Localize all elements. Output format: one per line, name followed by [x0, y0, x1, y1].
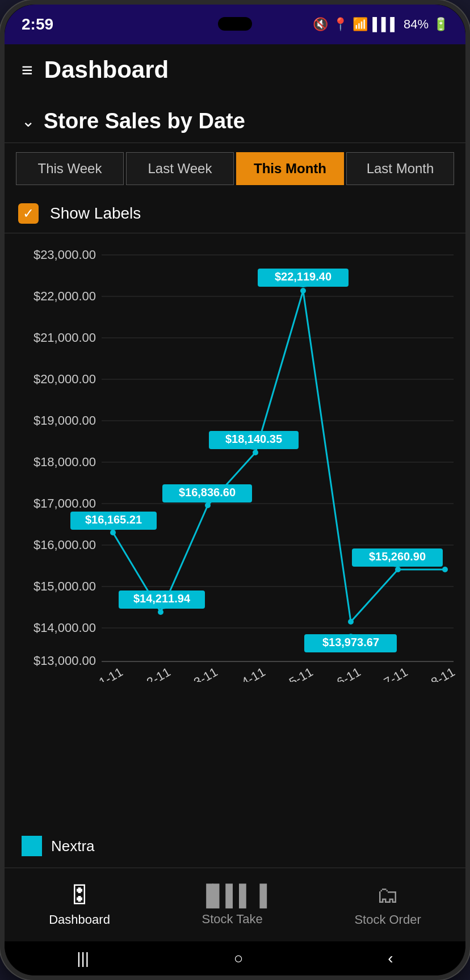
label-text-6: $13,973.67 — [322, 636, 379, 648]
nav-stock-take-label: Stock Take — [202, 912, 263, 927]
label-text-2: $14,211.94 — [133, 592, 191, 605]
svg-text:$17,000.00: $17,000.00 — [33, 496, 96, 510]
tab-this-month[interactable]: This Month — [236, 152, 344, 185]
label-text-3: $16,836.60 — [179, 486, 236, 499]
status-time: 2:59 — [22, 15, 53, 33]
nav-stock-take[interactable]: ▐▌▌▌▐ Stock Take — [199, 883, 266, 927]
phone-frame: 2:59 🔇 📍 📶 ▌▌▌ 84% 🔋 ≡ Dashboard ⌄ Store… — [0, 0, 470, 980]
show-labels-label: Show Labels — [50, 204, 141, 223]
svg-text:$19,000.00: $19,000.00 — [33, 413, 96, 428]
label-text-7: $15,260.90 — [369, 550, 426, 563]
section-header: ⌄ Store Sales by Date — [5, 95, 465, 143]
svg-text:$18,000.00: $18,000.00 — [33, 455, 96, 469]
data-point-5 — [300, 288, 306, 294]
dashboard-icon: 🎛 — [68, 882, 91, 908]
tab-last-week[interactable]: Last Week — [126, 152, 234, 185]
data-point-1 — [110, 530, 116, 535]
svg-text:8-11: 8-11 — [429, 665, 458, 682]
chart-line — [113, 291, 445, 622]
svg-text:3-11: 3-11 — [191, 665, 220, 682]
label-text-1: $16,165.21 — [85, 513, 142, 526]
recent-apps-button[interactable]: ||| — [77, 949, 89, 968]
chart-area: $23,000.00 $22,000.00 $21,000.00 $20,000… — [5, 233, 465, 824]
phone-screen: 2:59 🔇 📍 📶 ▌▌▌ 84% 🔋 ≡ Dashboard ⌄ Store… — [5, 5, 465, 975]
data-point-2 — [158, 609, 163, 615]
label-arrow-7 — [393, 567, 401, 567]
nav-stock-order-label: Stock Order — [354, 912, 421, 927]
svg-text:1-11: 1-11 — [96, 665, 125, 682]
data-point-3 — [205, 502, 211, 508]
svg-text:$14,000.00: $14,000.00 — [33, 621, 96, 635]
chart-svg: $23,000.00 $22,000.00 $21,000.00 $20,000… — [10, 239, 460, 682]
svg-text:$22,000.00: $22,000.00 — [33, 289, 96, 303]
tab-last-month[interactable]: Last Month — [346, 152, 454, 185]
battery-icon: 🔋 — [433, 17, 448, 32]
svg-text:$15,000.00: $15,000.00 — [33, 579, 96, 593]
data-point-4 — [253, 450, 258, 455]
label-text-4: $18,140.35 — [225, 433, 282, 445]
label-arrow-5 — [299, 287, 307, 287]
camera-notch — [218, 17, 252, 31]
nav-stock-order[interactable]: 🗂 Stock Order — [354, 882, 421, 927]
tab-this-week[interactable]: This Week — [16, 152, 124, 185]
stock-take-icon: ▐▌▌▌▐ — [199, 883, 266, 907]
svg-text:7-11: 7-11 — [381, 665, 410, 682]
legend-color-swatch — [22, 836, 42, 856]
svg-text:$13,000.00: $13,000.00 — [33, 654, 96, 668]
app-bar: ≡ Dashboard — [5, 44, 465, 95]
checkmark-icon: ✓ — [23, 206, 34, 221]
label-text-5: $22,119.40 — [275, 270, 331, 283]
svg-text:$23,000.00: $23,000.00 — [33, 248, 96, 262]
bottom-nav: 🎛 Dashboard ▐▌▌▌▐ Stock Take 🗂 Stock Ord… — [5, 868, 465, 941]
back-button[interactable]: ‹ — [388, 949, 393, 968]
svg-text:$21,000.00: $21,000.00 — [33, 330, 96, 345]
data-point-6 — [348, 619, 354, 625]
home-button[interactable]: ○ — [234, 949, 244, 968]
svg-text:6-11: 6-11 — [334, 665, 363, 682]
legend-label: Nextra — [51, 837, 95, 855]
show-labels-row: ✓ Show Labels — [5, 194, 465, 233]
status-icons: 🔇 📍 📶 ▌▌▌ 84% 🔋 — [313, 17, 448, 32]
show-labels-checkbox[interactable]: ✓ — [18, 203, 39, 224]
nav-dashboard[interactable]: 🎛 Dashboard — [49, 882, 110, 927]
data-point-7 — [395, 567, 401, 572]
svg-text:2-11: 2-11 — [144, 665, 173, 682]
nav-dashboard-label: Dashboard — [49, 912, 110, 927]
data-point-8 — [442, 567, 448, 572]
svg-text:$16,000.00: $16,000.00 — [33, 538, 96, 552]
tabs-row: This Week Last Week This Month Last Mont… — [5, 143, 465, 194]
menu-button[interactable]: ≡ — [22, 59, 33, 81]
label-arrow-1 — [109, 530, 117, 530]
svg-text:4-11: 4-11 — [239, 665, 268, 682]
mute-icon: 🔇 — [313, 17, 328, 32]
svg-text:$20,000.00: $20,000.00 — [33, 372, 96, 386]
stock-order-icon: 🗂 — [376, 882, 399, 908]
battery-text: 84% — [404, 17, 429, 32]
chart-legend: Nextra — [5, 824, 465, 868]
signal-icon: ▌▌▌ — [372, 17, 399, 32]
chevron-down-icon[interactable]: ⌄ — [22, 112, 35, 131]
svg-text:5-11: 5-11 — [287, 665, 316, 682]
content-area: ⌄ Store Sales by Date This Week Last Wee… — [5, 95, 465, 868]
location-icon: 📍 — [333, 17, 348, 32]
wifi-icon: 📶 — [352, 17, 368, 32]
section-title: Store Sales by Date — [44, 109, 245, 133]
status-bar: 2:59 🔇 📍 📶 ▌▌▌ 84% 🔋 — [5, 5, 465, 44]
app-title: Dashboard — [44, 56, 169, 83]
system-nav: ||| ○ ‹ — [5, 941, 465, 975]
